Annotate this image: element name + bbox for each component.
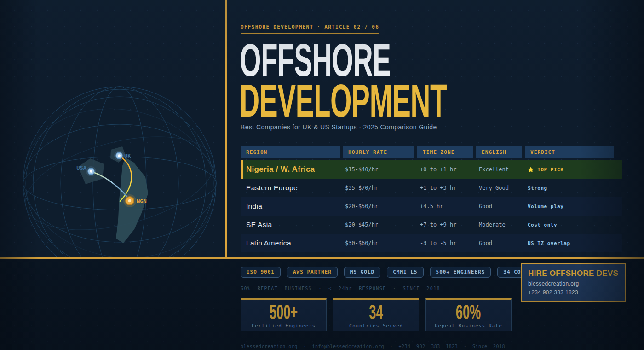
cell-region: Eastern Europe [246,184,298,192]
cell-verdict: US TZ overlap [528,240,570,246]
cell-verdict: Strong [528,185,547,191]
column-header-verdict: VERDICT [525,146,614,158]
column-header-region: REGION [241,146,340,158]
stat-card-countries: 34 Countries Served [333,298,419,331]
stat-value: 34 [369,302,383,322]
badge-aws-partner: AWS PARTNER [287,267,338,278]
cell-english: Good [479,203,492,210]
badge-iso-9001: ISO 9001 [241,267,281,278]
marker-label-uk: UK [124,153,131,159]
cell-region: India [246,202,262,210]
cell-timezone: +4.5 hr [420,203,443,210]
cell-timezone: +0 to +1 hr [420,166,456,173]
cell-english: Good [479,240,492,246]
cell-english: Excellent [479,166,509,173]
cta-box: HIRE OFFSHORE DEVS blessedcreation.org +… [521,263,626,302]
cta-website: blessedcreation.org [528,280,619,287]
table-row-nigeria: Nigeria / W. Africa $15-$40/hr +0 to +1 … [241,160,622,179]
cta-title: HIRE OFFSHORE DEVS [528,269,619,278]
header-divider [241,137,622,137]
stat-value: 500+ [270,302,298,322]
globe-svg: USA UK NGN [0,0,225,258]
table-row-india: India $20-$50/hr +4.5 hr Good Volume pla… [241,197,622,216]
cell-verdict: Volume play [528,204,564,210]
stat-label: Certified Engineers [252,323,316,328]
marker-usa [86,166,96,176]
marker-uk [114,151,124,161]
page-title-line2: DEVELOPMENT [240,77,447,123]
table-row-eastern-europe: Eastern Europe $35-$70/hr +1 to +3 hr Ve… [241,179,622,197]
cell-rate: $35-$70/hr [345,185,378,191]
marker-ngn [123,194,136,207]
globe-panel: USA UK NGN [0,0,225,258]
footer-divider [0,338,644,338]
cell-region: Latin America [246,239,291,247]
cell-region: SE Asia [246,221,272,229]
cell-timezone: -3 to -5 hr [420,240,456,246]
cta-phone: +234 902 383 1823 [528,289,619,296]
cell-english: Moderate [479,222,506,228]
stat-label: Repeat Business Rate [435,323,502,328]
cell-rate: $20-$45/hr [345,222,378,228]
cell-rate: $15-$40/hr [345,166,378,173]
stat-card-repeat-rate: 60% Repeat Business Rate [426,298,512,331]
page-subtitle: Best Companies for UK & US Startups · 20… [241,123,437,131]
stat-card-engineers: 500+ Certified Engineers [241,298,327,331]
cell-english: Very Good [479,185,509,191]
cell-timezone: +7 to +9 hr [420,222,456,228]
horizontal-gold-divider [0,257,644,259]
stat-cards: 500+ Certified Engineers 34 Countries Se… [241,298,512,331]
certification-badges: ISO 9001 AWS PARTNER MS GOLD CMMI L5 500… [241,267,552,278]
cell-rate: $20-$50/hr [345,203,378,210]
eyebrow-label: OFFSHORE DEVELOPMENT · ARTICLE 02 / 06 [241,24,379,34]
column-header-rate: HOURLY RATE [343,146,414,158]
column-header-english: ENGLISH [476,146,522,158]
footer-contact-line: blessedcreation.org · info@blessedcreati… [241,344,505,349]
infographic-page: USA UK NGN OFFSHORE DEVELOPMENT · ARTICL… [0,0,644,350]
cell-rate: $30-$60/hr [345,240,378,246]
comparison-table-body: Nigeria / W. Africa $15-$40/hr +0 to +1 … [241,160,622,252]
stat-value: 60% [456,302,481,322]
table-row-latin-america: Latin America $30-$60/hr -3 to -5 hr Goo… [241,234,622,252]
cell-verdict: Cost only [528,222,557,228]
badge-500-engineers: 500+ ENGINEERS [430,267,491,278]
badge-ms-gold: MS GOLD [344,267,380,278]
marker-label-usa: USA [76,165,86,171]
marker-label-ngn: NGN [137,198,147,204]
table-row-se-asia: SE Asia $20-$45/hr +7 to +9 hr Moderate … [241,216,622,234]
vertical-gold-divider [225,0,227,258]
comparison-table-header: REGION HOURLY RATE TIME ZONE ENGLISH VER… [241,146,622,158]
stat-label: Countries Served [349,323,403,328]
column-header-timezone: TIME ZONE [417,146,473,158]
cell-timezone: +1 to +3 hr [420,185,456,191]
cell-region: Nigeria / W. Africa [246,165,315,174]
meta-stats-line: 60% REPEAT BUSINESS · < 24hr RESPONSE · … [241,286,440,291]
badge-cmmi-l5: CMMI L5 [387,267,423,278]
cell-verdict: ⭐ TOP PICK [528,167,564,173]
